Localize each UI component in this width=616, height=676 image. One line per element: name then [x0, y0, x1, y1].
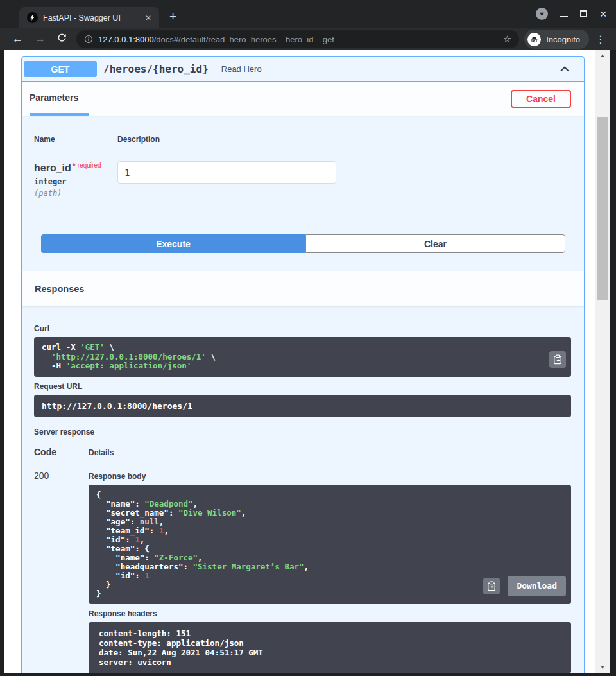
- details-column-header: Details: [89, 448, 114, 457]
- browser-toolbar: ← → 127.0.0.1:8000/docs#/default/read_he…: [0, 28, 616, 50]
- url-bar[interactable]: 127.0.0.1:8000/docs#/default/read_hero_h…: [76, 30, 519, 48]
- response-row: 200 Response body { "name": "Deadpond", …: [34, 471, 571, 673]
- incognito-badge: Incognito: [524, 30, 589, 49]
- response-headers: content-length: 151content-type: applica…: [89, 622, 571, 673]
- curl-command: curl -X 'GET' \ 'http://127.0.0.1:8000/h…: [34, 337, 571, 377]
- parameters-header: Parameters Cancel: [22, 82, 584, 116]
- tab-title: FastAPI - Swagger UI: [43, 13, 137, 22]
- reload-button-icon[interactable]: [51, 33, 73, 46]
- server-response-label: Server response: [34, 428, 571, 437]
- new-tab-button[interactable]: +: [169, 10, 176, 22]
- parameter-row: hero_id*required integer (path): [34, 161, 571, 198]
- operation-summary[interactable]: GET /heroes/{hero_id} Read Hero: [22, 57, 584, 82]
- responses-header: Responses: [22, 271, 584, 306]
- url-text[interactable]: 127.0.0.1:8000/docs#/default/read_hero_h…: [98, 35, 498, 44]
- url-host: 127.0.0.1:8000: [98, 35, 154, 44]
- window-maximize-button[interactable]: [580, 10, 587, 17]
- request-url: http://127.0.0.1:8000/heroes/1: [34, 395, 571, 417]
- fastapi-favicon-icon: [27, 12, 38, 23]
- forward-button-icon[interactable]: →: [29, 33, 51, 46]
- execute-button[interactable]: Execute: [41, 234, 305, 253]
- download-button[interactable]: Download: [508, 576, 566, 596]
- scrollbar-thumb[interactable]: [597, 117, 608, 300]
- scroll-down-icon[interactable]: ▼: [595, 664, 610, 670]
- response-body: { "name": "Deadpond", "secret_name": "Di…: [89, 485, 571, 604]
- responses-title: Responses: [35, 284, 84, 294]
- url-path: /docs#/default/read_hero_heroes__hero_id…: [154, 35, 334, 44]
- copy-curl-button[interactable]: [549, 351, 566, 368]
- incognito-icon: [527, 33, 541, 46]
- cancel-button[interactable]: Cancel: [511, 90, 571, 108]
- column-header-name: Name: [34, 135, 117, 144]
- status-code: 200: [34, 471, 89, 673]
- tab-close-icon[interactable]: ✕: [142, 13, 154, 22]
- collapse-chevron-icon[interactable]: [558, 63, 571, 76]
- incognito-label: Incognito: [546, 35, 580, 44]
- endpoint-summary: Read Hero: [221, 64, 262, 74]
- page-scrollbar[interactable]: ▲ ▼: [595, 50, 610, 673]
- operation-block: GET /heroes/{hero_id} Read Hero Paramete…: [21, 56, 585, 673]
- column-header-description: Description: [117, 135, 160, 144]
- parameter-name: hero_id: [34, 162, 71, 173]
- window-minimize-button[interactable]: [560, 16, 568, 17]
- request-url-label: Request URL: [34, 382, 571, 391]
- parameter-location: (path): [34, 189, 117, 198]
- browser-menu-icon[interactable]: ⋮: [589, 33, 610, 46]
- parameter-type: integer: [34, 177, 117, 186]
- required-star: *: [73, 161, 76, 171]
- browser-titlebar: FastAPI - Swagger UI ✕ + ✕: [0, 0, 616, 28]
- endpoint-path: /heroes/{hero_id}: [103, 63, 209, 75]
- browser-tab[interactable]: FastAPI - Swagger UI ✕: [19, 7, 159, 28]
- parameters-body: Name Description hero_id*required intege…: [22, 116, 584, 271]
- bookmark-star-icon[interactable]: ☆: [503, 33, 511, 45]
- browser-update-icon[interactable]: [536, 8, 548, 20]
- responses-body: Curl curl -X 'GET' \ 'http://127.0.0.1:8…: [22, 306, 584, 673]
- response-headers-label: Response headers: [89, 609, 571, 618]
- hero-id-input[interactable]: [117, 161, 336, 184]
- curl-label: Curl: [34, 324, 571, 333]
- response-body-label: Response body: [89, 472, 571, 481]
- clear-button[interactable]: Clear: [305, 234, 565, 253]
- site-info-icon[interactable]: [84, 35, 93, 44]
- scroll-up-icon[interactable]: ▲: [595, 53, 610, 58]
- copy-response-button[interactable]: [483, 578, 500, 594]
- code-column-header: Code: [34, 447, 89, 457]
- page-viewport: GET /heroes/{hero_id} Read Hero Paramete…: [4, 50, 595, 673]
- tab-parameters[interactable]: Parameters: [30, 82, 89, 116]
- window-close-button[interactable]: ✕: [599, 10, 607, 19]
- required-label: required: [78, 162, 101, 169]
- method-badge: GET: [24, 61, 97, 77]
- back-button-icon[interactable]: ←: [6, 33, 29, 46]
